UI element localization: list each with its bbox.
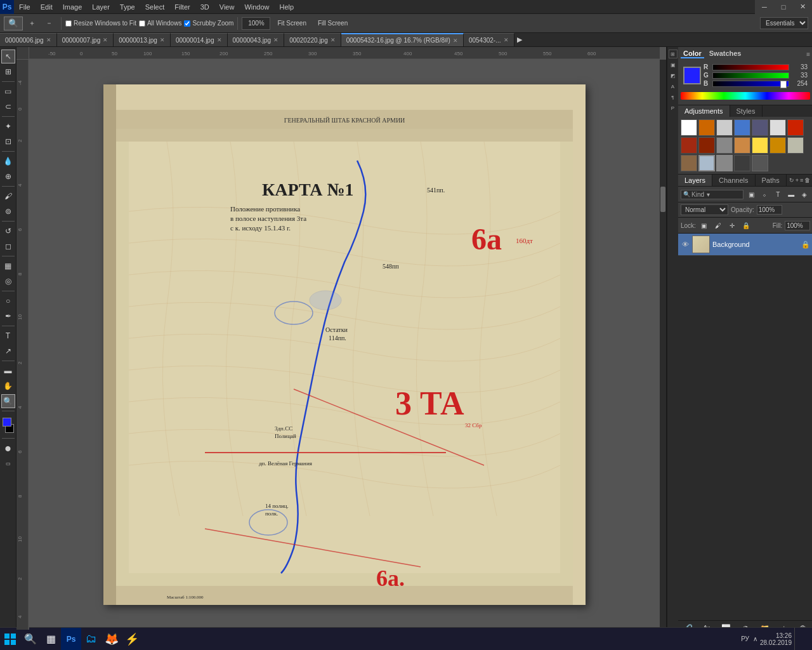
- zoom-tool-btn[interactable]: 🔍: [4, 17, 23, 30]
- adj-swatch-17[interactable]: [716, 155, 733, 171]
- adj-swatch-5[interactable]: [752, 119, 768, 136]
- adjustments-tab[interactable]: Adjustments: [678, 105, 730, 117]
- taskbar-flash-app[interactable]: ⚡: [122, 628, 142, 651]
- minimize-btn[interactable]: ─: [755, 0, 774, 14]
- adj-swatch-16[interactable]: [698, 155, 715, 171]
- doc-tab-7[interactable]: 00005432-16.jpg @ 16.7% (RGB/8#) ✕: [341, 33, 464, 47]
- adj-swatch-11[interactable]: [734, 137, 750, 154]
- adj-swatch-15[interactable]: [681, 155, 697, 171]
- color-panel-menu[interactable]: ≡: [806, 51, 810, 58]
- screen-mode-tool[interactable]: ▭: [1, 456, 15, 470]
- canvas-content[interactable]: ГЕНЕРАЛЬНЫЙ ШТАБ КРАСНОЙ АРМИИ: [29, 60, 660, 630]
- menu-help[interactable]: Help: [275, 0, 299, 14]
- layers-pixel-btn[interactable]: ▣: [745, 189, 757, 200]
- lock-image-btn[interactable]: 🖌: [712, 220, 724, 231]
- foreground-color-swatch[interactable]: [3, 418, 11, 427]
- zoom-all-windows-checkbox[interactable]: All Windows: [139, 20, 181, 27]
- adj-swatch-14[interactable]: [787, 137, 804, 154]
- vertical-scrollbar[interactable]: [660, 60, 666, 630]
- quick-select-tool[interactable]: ✦: [1, 119, 15, 133]
- taskbar-firefox-app[interactable]: 🦊: [102, 628, 122, 651]
- panel-icon-5[interactable]: ¶: [669, 93, 678, 102]
- vertical-scrollbar-thumb[interactable]: [660, 187, 665, 212]
- doc-tab-5[interactable]: 00000043.jpg ✕: [228, 33, 285, 47]
- green-slider[interactable]: [712, 72, 789, 79]
- history-tool[interactable]: ↺: [1, 224, 15, 238]
- layers-adj-btn[interactable]: ⬦: [759, 189, 770, 200]
- menu-3d[interactable]: 3D: [195, 0, 214, 14]
- color-main-swatch[interactable]: [683, 67, 701, 84]
- close-tab-4[interactable]: ✕: [217, 37, 222, 43]
- zoom-value-input[interactable]: [242, 17, 270, 30]
- shape-tool[interactable]: ▬: [1, 364, 15, 378]
- layers-delete-icon[interactable]: 🗑: [804, 177, 810, 183]
- crop-tool[interactable]: ⊡: [1, 135, 15, 149]
- resize-windows-input[interactable]: [65, 20, 72, 27]
- brush-tool[interactable]: 🖌: [1, 189, 15, 203]
- zoom-all-windows-input[interactable]: [139, 20, 145, 27]
- menu-type[interactable]: Type: [115, 0, 140, 14]
- adj-swatch-3[interactable]: [716, 119, 733, 136]
- color-spectrum-bar[interactable]: [681, 92, 810, 100]
- close-tab-7[interactable]: ✕: [453, 37, 458, 44]
- zoom-tool[interactable]: 🔍: [1, 394, 15, 408]
- spot-heal-tool[interactable]: ⊕: [1, 169, 15, 183]
- taskbar-ps-app[interactable]: Ps: [61, 628, 81, 651]
- paths-tab[interactable]: Paths: [756, 175, 787, 186]
- task-view-btn[interactable]: ▦: [41, 628, 61, 651]
- adj-swatch-12[interactable]: [752, 137, 768, 154]
- doc-tab-6[interactable]: 00020220.jpg ✕: [284, 33, 341, 47]
- move-tool[interactable]: ↖: [1, 50, 15, 63]
- adj-swatch-1[interactable]: [681, 119, 697, 136]
- menu-view[interactable]: View: [214, 0, 240, 14]
- opacity-input[interactable]: [757, 205, 782, 215]
- adj-swatch-7[interactable]: [787, 119, 804, 136]
- close-tab-8[interactable]: ✕: [504, 37, 509, 43]
- menu-filter[interactable]: Filter: [169, 0, 195, 14]
- adj-swatch-13[interactable]: [769, 137, 786, 154]
- fill-screen-btn[interactable]: Fill Screen: [313, 17, 352, 30]
- path-select-tool[interactable]: ↗: [1, 344, 15, 358]
- fit-screen-btn[interactable]: Fit Screen: [273, 17, 311, 30]
- menu-image[interactable]: Image: [58, 0, 88, 14]
- panel-icon-4[interactable]: A: [669, 82, 678, 91]
- adj-swatch-6[interactable]: [769, 119, 786, 136]
- quick-mask-tool[interactable]: ⬤: [1, 441, 15, 455]
- styles-tab[interactable]: Styles: [730, 105, 763, 117]
- color-tab[interactable]: Color: [681, 50, 704, 58]
- layers-menu-icon[interactable]: ≡: [800, 177, 803, 183]
- adj-swatch-18[interactable]: [734, 155, 750, 171]
- menu-file[interactable]: File: [14, 0, 36, 14]
- layers-add-icon[interactable]: +: [796, 177, 799, 183]
- layers-smart-btn[interactable]: ◈: [799, 189, 810, 200]
- eyedropper-tool[interactable]: 💧: [1, 154, 15, 168]
- resize-windows-checkbox[interactable]: Resize Windows to Fit: [65, 20, 136, 27]
- close-tab-1[interactable]: ✕: [46, 37, 51, 43]
- menu-window[interactable]: Window: [239, 0, 274, 14]
- menu-edit[interactable]: Edit: [36, 0, 58, 14]
- search-taskbar-btn[interactable]: 🔍: [20, 628, 41, 651]
- start-button[interactable]: [0, 628, 20, 651]
- adj-swatch-8[interactable]: [681, 137, 697, 154]
- layer-visibility-toggle[interactable]: 👁: [681, 240, 690, 249]
- tab-right-arrow[interactable]: ▶: [514, 36, 525, 44]
- pen-tool[interactable]: ✒: [1, 309, 15, 323]
- panel-icon-3[interactable]: ◩: [669, 71, 678, 80]
- adj-swatch-2[interactable]: [698, 119, 715, 136]
- layers-type-btn[interactable]: T: [772, 189, 783, 200]
- hand-tool[interactable]: ✋: [1, 379, 15, 393]
- text-tool[interactable]: T: [1, 329, 15, 343]
- blend-mode-select[interactable]: Normal: [681, 204, 728, 215]
- eraser-tool[interactable]: ◻: [1, 239, 15, 253]
- zoom-out-btn[interactable]: －: [41, 17, 57, 30]
- dodge-tool[interactable]: ○: [1, 294, 15, 308]
- layers-refresh-icon[interactable]: ↻: [789, 177, 794, 183]
- layers-tab[interactable]: Layers: [678, 175, 712, 186]
- swatches-tab[interactable]: Swatches: [707, 50, 744, 58]
- zoom-in-btn[interactable]: ＋: [24, 17, 40, 30]
- close-tab-5[interactable]: ✕: [273, 37, 278, 43]
- layers-search-box[interactable]: 🔍 Kind ▾: [681, 190, 743, 199]
- doc-tab-8[interactable]: 0054302-... ✕: [464, 33, 514, 47]
- panel-icon-2[interactable]: ▣: [669, 60, 678, 69]
- channels-tab[interactable]: Channels: [712, 175, 755, 186]
